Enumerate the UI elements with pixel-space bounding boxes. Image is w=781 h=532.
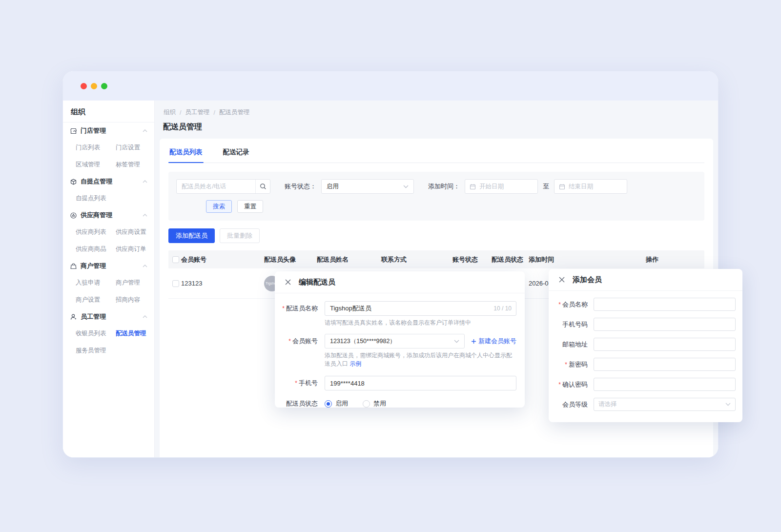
end-date-field[interactable] bbox=[569, 183, 622, 190]
sidebar-section-store: 门店管理 门店列表 门店设置 区域管理 标签管理 bbox=[63, 123, 154, 173]
end-date-input[interactable] bbox=[554, 179, 627, 194]
deliveryman-name-label: 配送员名称 bbox=[282, 304, 318, 313]
sidebar-item-merchant-management[interactable]: 商户管理 bbox=[116, 274, 154, 291]
sidebar-subitems: 收银员列表 配送员管理 服务员管理 bbox=[63, 325, 154, 359]
new-member-account-link[interactable]: 新建会员账号 bbox=[471, 337, 516, 346]
chevron-up-icon[interactable] bbox=[143, 265, 147, 267]
close-icon[interactable] bbox=[558, 276, 565, 283]
member-account-value: 123123（150****9982） bbox=[330, 337, 454, 346]
calendar-icon bbox=[559, 184, 565, 190]
chevron-up-icon[interactable] bbox=[143, 180, 147, 183]
sidebar: 组织 门店管理 门店列表 门店设置 bbox=[63, 101, 155, 457]
sidebar-item-merchant-settings[interactable]: 商户设置 bbox=[76, 291, 116, 308]
chevron-down-icon bbox=[403, 185, 409, 188]
sidebar-subitems: 自提点列表 bbox=[63, 190, 154, 207]
deliveryman-name-input[interactable] bbox=[325, 301, 516, 316]
breadcrumb-item[interactable]: 组织 bbox=[164, 108, 176, 117]
tab-delivery-records[interactable]: 配送记录 bbox=[222, 146, 250, 163]
sidebar-item-waiter-management[interactable]: 服务员管理 bbox=[76, 342, 116, 359]
confirm-password-row: 确认密码 bbox=[555, 378, 736, 391]
sidebar-item-supplier-goods[interactable]: 供应商商品 bbox=[76, 241, 116, 258]
breadcrumb-item[interactable]: 员工管理 bbox=[185, 108, 209, 117]
add-deliveryman-button[interactable]: 添加配送员 bbox=[168, 228, 215, 243]
member-level-row: 会员等级 请选择 bbox=[555, 398, 736, 411]
member-account-select[interactable]: 123123（150****9982） bbox=[325, 334, 465, 348]
sidebar-section-pickup: 自提点管理 自提点列表 bbox=[63, 173, 154, 207]
breadcrumb-separator: / bbox=[180, 109, 181, 116]
sidebar-item-deliveryman-management[interactable]: 配送员管理 bbox=[116, 325, 154, 342]
sidebar-item-entry-application[interactable]: 入驻申请 bbox=[76, 274, 116, 291]
sidebar-item-supplier-settings[interactable]: 供应商设置 bbox=[116, 224, 154, 241]
sidebar-section-header-supplier[interactable]: 供应商管理 bbox=[63, 207, 154, 224]
tab-bar: 配送员列表 配送记录 bbox=[168, 146, 704, 163]
sidebar-section-staff: 员工管理 收银员列表 配送员管理 服务员管理 bbox=[63, 308, 154, 359]
account-status-value: 启用 bbox=[327, 183, 403, 191]
status-enabled-radio[interactable]: 启用 bbox=[325, 399, 348, 408]
sidebar-item-store-settings[interactable]: 门店设置 bbox=[116, 139, 154, 156]
phone-input[interactable] bbox=[325, 376, 516, 390]
close-window-button[interactable] bbox=[81, 83, 87, 89]
new-password-row: 新密码 bbox=[555, 358, 736, 371]
dialog-title: 添加会员 bbox=[573, 275, 602, 285]
chevron-up-icon[interactable] bbox=[143, 315, 147, 318]
sidebar-item-tag-management[interactable]: 标签管理 bbox=[116, 156, 154, 173]
sidebar-subitems: 供应商列表 供应商设置 供应商商品 供应商订单 bbox=[63, 224, 154, 258]
char-counter: 10 / 10 bbox=[493, 305, 512, 312]
plus-icon bbox=[471, 339, 476, 344]
sidebar-section-header-store[interactable]: 门店管理 bbox=[63, 123, 154, 139]
maximize-window-button[interactable] bbox=[101, 83, 107, 89]
start-date-input[interactable] bbox=[465, 179, 538, 194]
chevron-down-icon bbox=[725, 403, 731, 406]
chevron-up-icon[interactable] bbox=[143, 129, 147, 132]
sidebar-item-store-list[interactable]: 门店列表 bbox=[76, 139, 116, 156]
sidebar-section-header-staff[interactable]: 员工管理 bbox=[63, 308, 154, 325]
member-name-label: 会员名称 bbox=[555, 300, 588, 309]
supplier-icon bbox=[70, 212, 77, 219]
radio-dot bbox=[363, 400, 370, 408]
member-email-row: 邮箱地址 bbox=[555, 338, 736, 351]
sidebar-item-supplier-list[interactable]: 供应商列表 bbox=[76, 224, 116, 241]
search-icon[interactable] bbox=[255, 180, 270, 193]
col-header-added-time: 添加时间 bbox=[529, 255, 646, 264]
member-level-select[interactable]: 请选择 bbox=[594, 398, 736, 411]
sidebar-item-supplier-orders[interactable]: 供应商订单 bbox=[116, 241, 154, 258]
member-email-input[interactable] bbox=[594, 338, 736, 351]
col-header-name: 配送员姓名 bbox=[317, 255, 381, 264]
sidebar-section-supplier: 供应商管理 供应商列表 供应商设置 供应商商品 供应商订单 bbox=[63, 207, 154, 258]
reset-button[interactable]: 重置 bbox=[237, 200, 263, 213]
sidebar-item-region-management[interactable]: 区域管理 bbox=[76, 156, 116, 173]
status-disabled-radio[interactable]: 禁用 bbox=[363, 399, 386, 408]
new-password-input[interactable] bbox=[594, 358, 736, 371]
row-checkbox[interactable] bbox=[172, 280, 179, 287]
person-icon bbox=[70, 313, 77, 321]
sidebar-section-label: 自提点管理 bbox=[81, 177, 112, 186]
search-button[interactable]: 搜索 bbox=[206, 200, 232, 213]
member-phone-label: 手机号码 bbox=[555, 320, 588, 329]
cell-account: 123123 bbox=[181, 280, 264, 287]
member-name-row: 会员名称 bbox=[555, 298, 736, 311]
sidebar-section-label: 供应商管理 bbox=[81, 211, 112, 220]
select-all-checkbox[interactable] bbox=[172, 256, 179, 263]
confirm-password-input[interactable] bbox=[594, 378, 736, 391]
member-phone-input[interactable] bbox=[594, 318, 736, 331]
sidebar-section-header-merchant[interactable]: 商户管理 bbox=[63, 258, 154, 274]
batch-delete-button[interactable]: 批量删除 bbox=[220, 228, 260, 243]
search-input[interactable] bbox=[177, 180, 255, 193]
sidebar-item-pickup-list[interactable]: 自提点列表 bbox=[76, 190, 116, 207]
start-date-field[interactable] bbox=[479, 183, 533, 190]
sidebar-item-cashier-list[interactable]: 收银员列表 bbox=[76, 325, 116, 342]
sidebar-section-header-pickup[interactable]: 自提点管理 bbox=[63, 173, 154, 190]
calendar-icon bbox=[470, 184, 476, 190]
close-icon[interactable] bbox=[285, 279, 291, 286]
example-link[interactable]: 示例 bbox=[349, 360, 361, 367]
radio-dot bbox=[325, 400, 332, 408]
chevron-up-icon[interactable] bbox=[143, 214, 147, 217]
minimize-window-button[interactable] bbox=[91, 83, 97, 89]
sidebar-item-investment-content[interactable]: 招商内容 bbox=[116, 291, 154, 308]
tab-deliveryman-list[interactable]: 配送员列表 bbox=[168, 146, 204, 163]
member-account-label: 会员账号 bbox=[282, 337, 318, 346]
window-titlebar bbox=[63, 71, 718, 101]
account-status-select[interactable]: 启用 bbox=[321, 179, 414, 194]
new-password-label: 新密码 bbox=[555, 360, 588, 369]
member-name-input[interactable] bbox=[594, 298, 736, 311]
